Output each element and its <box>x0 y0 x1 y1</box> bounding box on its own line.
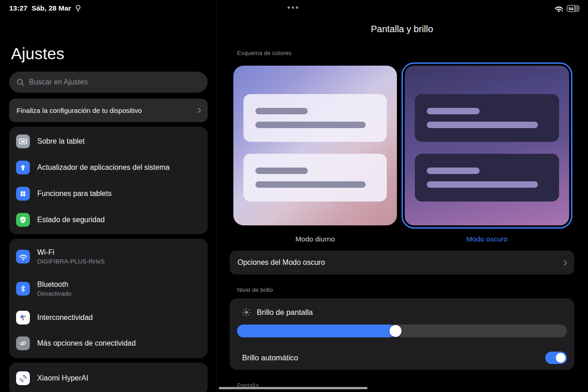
wifi-network-name: DIGIFIBRA-PLUS-RHxS <box>37 258 105 265</box>
battery-level: 54 <box>567 5 575 12</box>
toggle-thumb <box>556 353 565 363</box>
mode-option-dark-preview[interactable] <box>401 62 572 229</box>
chevron-right-icon <box>561 260 567 266</box>
more-menu-icon[interactable] <box>288 6 298 9</box>
preview-card <box>243 94 387 142</box>
preview-card <box>243 154 387 202</box>
horizontal-scrollbar[interactable] <box>219 387 368 389</box>
sun-icon <box>242 308 251 317</box>
panel-title: Pantalla y brillo <box>216 24 588 34</box>
auto-brightness-label: Brillo automático <box>242 353 298 362</box>
section-label-brightness: Nivel de brillo <box>237 286 273 293</box>
auto-brightness-toggle[interactable] <box>545 352 567 364</box>
brightness-slider-thumb[interactable] <box>390 325 401 337</box>
status-bar-right: 6 54 <box>554 5 580 12</box>
sidebar-item-wifi[interactable]: Wi-Fi DIGIFIBRA-PLUS-RHxS <box>9 241 208 273</box>
sidebar-item-bluetooth[interactable]: Bluetooth Desactivado <box>9 273 208 305</box>
sidebar-item-more-connectivity[interactable]: Más opciones de conectividad <box>9 330 208 356</box>
sidebar-item-security-status[interactable]: Estado de seguridad <box>9 207 208 233</box>
section-label-color-scheme: Esquema de colores <box>237 50 292 56</box>
bluetooth-state: Desactivado <box>37 290 71 297</box>
sidebar-item-label: Actualizador de aplicaciones del sistema <box>37 163 170 172</box>
search-input[interactable]: Buscar en Ajustes <box>9 72 208 93</box>
setup-banner-label: Finaliza la configuración de tu disposit… <box>17 106 142 114</box>
settings-app-window: 13:27 Sáb, 28 Mar 6 54 Ajustes Buscar en… <box>0 0 588 392</box>
brightness-slider-fill <box>237 325 396 337</box>
sidebar-group-connectivity: Wi-Fi DIGIFIBRA-PLUS-RHxS Bluetooth Desa… <box>9 239 208 358</box>
dark-mode-options-row[interactable]: Opciones del Modo oscuro <box>230 251 574 274</box>
sidebar-item-label: Bluetooth <box>37 280 71 289</box>
svg-text:6: 6 <box>562 10 563 12</box>
brightness-slider[interactable] <box>237 325 567 337</box>
search-icon <box>17 78 24 86</box>
mode-option-light-preview[interactable] <box>233 66 397 225</box>
bluetooth-icon <box>16 282 30 296</box>
interconnect-dots-icon <box>16 311 30 325</box>
sidebar-item-label: Más opciones de conectividad <box>37 339 136 347</box>
sidebar-item-label: Wi-Fi <box>37 248 105 257</box>
brightness-card: Brillo de pantalla Brillo automático <box>230 298 574 370</box>
wifi-icon <box>16 250 30 263</box>
sidebar-item-interconnectivity[interactable]: Interconectividad <box>9 305 208 330</box>
tablet-icon <box>16 134 30 148</box>
sidebar-item-label: Interconectividad <box>37 314 93 322</box>
status-bar-left: 13:27 Sáb, 28 Mar <box>9 4 81 12</box>
sidebar-item-tablet-features[interactable]: Funciones para tablets <box>9 180 208 207</box>
mode-label-day[interactable]: Modo diurno <box>233 235 397 243</box>
sidebar-item-label: Xiaomi HyperAI <box>37 374 88 382</box>
preview-card <box>415 94 559 142</box>
search-placeholder: Buscar en Ajustes <box>29 78 88 86</box>
setup-banner[interactable]: Finaliza la configuración de tu disposit… <box>9 99 208 122</box>
sidebar-item-label: Sobre la tablet <box>37 137 85 146</box>
sidebar-group-ai: Xiaomi HyperAI <box>9 363 208 392</box>
dark-mode-options-label: Opciones del Modo oscuro <box>237 258 325 267</box>
chevron-right-icon <box>195 107 201 113</box>
page-title: Ajustes <box>11 45 64 63</box>
location-icon <box>75 5 81 12</box>
sidebar-item-system-updater[interactable]: Actualizador de aplicaciones del sistema <box>9 154 208 180</box>
shield-check-icon <box>16 213 30 227</box>
sidebar-item-label: Estado de seguridad <box>37 216 105 224</box>
grid-dots-icon <box>16 187 30 201</box>
battery-indicator: 54 <box>567 5 580 12</box>
brightness-label: Brillo de pantalla <box>257 308 313 317</box>
panel-divider <box>216 0 216 392</box>
preview-card <box>415 154 559 202</box>
mode-label-dark[interactable]: Modo oscuro <box>401 235 572 243</box>
sidebar-group-system: Sobre la tablet Actualizador de aplicaci… <box>9 127 208 234</box>
sidebar-item-label: Funciones para tablets <box>37 190 112 198</box>
update-arrow-icon <box>16 161 30 174</box>
sidebar-item-about-tablet[interactable]: Sobre la tablet <box>9 128 208 154</box>
status-date: Sáb, 28 Mar <box>32 4 71 12</box>
sidebar-item-xiaomi-hyperai[interactable]: Xiaomi HyperAI <box>9 364 208 392</box>
wifi-status-icon: 6 <box>554 5 564 12</box>
link-icon <box>16 336 30 350</box>
hyperai-swirl-icon <box>16 371 30 385</box>
preview-card-dark <box>405 66 569 225</box>
clock: 13:27 <box>9 4 28 12</box>
